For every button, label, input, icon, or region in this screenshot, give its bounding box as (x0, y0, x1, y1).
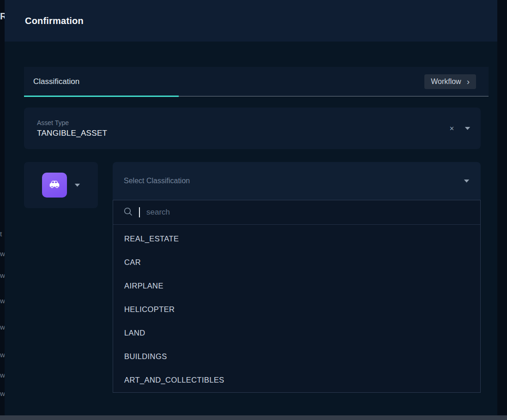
dropdown-search-input[interactable]: search (113, 200, 480, 225)
tab-classification[interactable]: Classification (33, 77, 79, 86)
modal-header: Confirmation (5, 0, 497, 42)
workflow-button-label: Workflow (431, 78, 461, 86)
modal-title: Confirmation (25, 16, 84, 26)
classification-option[interactable]: BUILDINGS (113, 345, 480, 368)
background-edge-glyph: w (0, 390, 5, 397)
background-edge-glyph: w (0, 297, 5, 305)
classification-option[interactable]: HELICOPTER (113, 298, 480, 321)
classification-option[interactable]: CAR (113, 251, 480, 274)
clear-icon[interactable]: ✕ (449, 125, 454, 132)
car-icon (48, 177, 61, 193)
classification-option[interactable]: ART_AND_COLLECTIBLES (113, 368, 480, 392)
background-edge-glyph: t (0, 230, 2, 238)
classification-option[interactable]: REAL_ESTATE (113, 227, 480, 251)
background-edge-glyph: w (0, 323, 5, 331)
background-edge-text: Rtwwwwwww (0, 0, 5, 420)
background-edge-glyph: w (0, 250, 5, 258)
classification-row: Select Classification (24, 162, 489, 208)
asset-type-label: Asset Type (37, 119, 481, 126)
car-icon-button[interactable] (42, 173, 67, 198)
classification-option[interactable]: AIRPLANE (113, 274, 480, 298)
tab-bar: Classification Workflow › (24, 67, 489, 96)
chevron-down-icon[interactable] (465, 126, 471, 130)
asset-type-select[interactable]: Asset Type TANGIBLE_ASSET ✕ (24, 108, 481, 149)
background-edge-glyph: w (0, 351, 5, 359)
classification-select-placeholder: Select Classification (124, 177, 190, 185)
search-placeholder: search (146, 208, 170, 217)
classification-select[interactable]: Select Classification (113, 162, 481, 200)
chevron-down-icon[interactable] (74, 183, 80, 187)
background-edge-glyph: w (0, 271, 5, 279)
chevron-down-icon[interactable] (464, 179, 470, 183)
text-cursor (139, 207, 140, 217)
background-edge-glyph: R (0, 11, 5, 22)
classification-option[interactable]: LAND (113, 321, 480, 345)
chevron-right-icon: › (467, 78, 470, 85)
background-edge-glyph: w (0, 371, 5, 379)
asset-type-value: TANGIBLE_ASSET (37, 129, 481, 138)
modal-content: Classification Workflow › Asset Type TAN… (24, 42, 489, 208)
asset-type-actions: ✕ (449, 108, 471, 149)
confirmation-modal: Confirmation Classification Workflow › A… (5, 0, 497, 415)
bottom-page-strip (0, 415, 507, 420)
classification-options-list: REAL_ESTATECARAIRPLANEHELICOPTERLANDBUIL… (113, 225, 480, 392)
workflow-button[interactable]: Workflow › (424, 74, 476, 89)
classification-dropdown: search REAL_ESTATECARAIRPLANEHELICOPTERL… (113, 200, 481, 393)
classification-select-wrap: Select Classification (113, 162, 481, 208)
search-icon (123, 207, 133, 218)
asset-icon-card (24, 162, 98, 208)
active-tab-underline (24, 96, 179, 97)
